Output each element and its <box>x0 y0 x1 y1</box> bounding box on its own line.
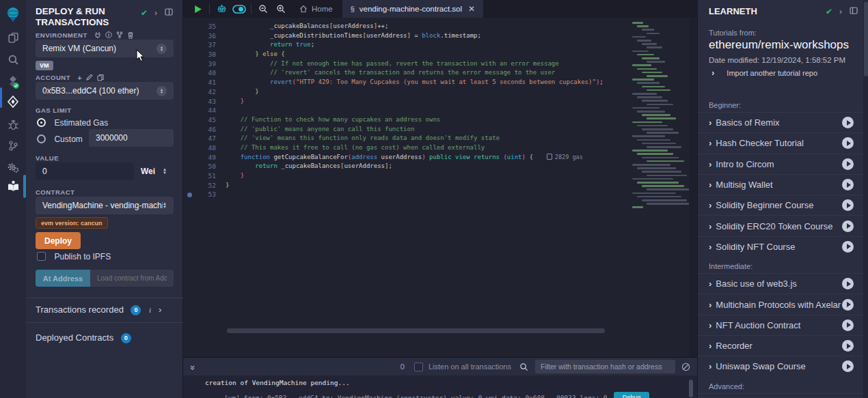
minimap[interactable] <box>632 22 694 227</box>
at-address-button[interactable]: At Address <box>36 270 90 287</box>
play-icon[interactable] <box>842 319 854 331</box>
gutter-margin[interactable] <box>183 59 198 69</box>
code-text[interactable]: } else { <box>216 50 285 59</box>
gutter-margin[interactable] <box>183 97 198 106</box>
account-select[interactable]: 0x5B3...eddC4 (100 ether) ▲▼ <box>36 82 174 100</box>
tutorial-item[interactable]: ›Solidity Beginner Course <box>698 195 863 215</box>
code-text[interactable]: // If not enough time has passed, revert… <box>216 59 559 69</box>
info-icon[interactable] <box>105 31 112 38</box>
play-icon[interactable] <box>842 221 854 232</box>
code-text[interactable]: return true; <box>216 40 314 50</box>
deployed-contracts-row[interactable]: Deployed Contracts 0 <box>36 332 131 343</box>
panel-layout-icon[interactable] <box>850 7 858 16</box>
trash-icon[interactable] <box>127 31 134 39</box>
clear-console-icon[interactable] <box>681 363 690 371</box>
estimated-gas-radio[interactable] <box>37 118 46 127</box>
tutorial-item[interactable]: ›Intro to Circom <box>698 154 863 174</box>
gutter-margin[interactable] <box>183 22 198 31</box>
play-icon[interactable] <box>842 340 854 352</box>
chevron-right-icon[interactable]: › <box>159 304 161 315</box>
settings-icon[interactable] <box>0 157 26 177</box>
code-text[interactable]: // Function to check how many cupcakes a… <box>216 115 440 125</box>
plus-icon[interactable]: + <box>77 74 81 82</box>
code-text[interactable]: } <box>216 181 229 190</box>
git-icon[interactable] <box>0 135 26 156</box>
contract-select[interactable]: VendingMachine - vending-machin ▲▼ <box>36 197 174 214</box>
search-icon[interactable] <box>0 49 26 70</box>
play-icon[interactable] <box>842 137 854 149</box>
gutter-margin[interactable] <box>183 31 198 41</box>
chevron-right-icon[interactable]: › <box>839 7 842 16</box>
terminal-scrollbar[interactable] <box>689 380 693 397</box>
copilot-toggle[interactable] <box>230 0 248 18</box>
import-repo-row[interactable]: › Import another tutorial repo <box>711 68 817 78</box>
breakpoint-dot[interactable] <box>183 190 198 199</box>
code-text[interactable] <box>216 190 226 199</box>
tutorial-item[interactable]: ›Basics of Remix <box>698 112 863 132</box>
code-text[interactable]: function getCupcakeBalanceFor(address us… <box>216 153 533 162</box>
gutter-margin[interactable] <box>183 153 198 162</box>
tutorial-item[interactable]: ›Solidity NFT Course <box>698 236 863 257</box>
play-icon[interactable] <box>842 117 854 128</box>
gutter-margin[interactable] <box>183 106 198 115</box>
close-icon[interactable]: ✕ <box>468 4 475 14</box>
gutter-margin[interactable] <box>183 40 198 50</box>
play-icon[interactable] <box>842 241 854 253</box>
debug-button[interactable]: Debug <box>614 392 649 398</box>
gutter-margin[interactable] <box>183 87 198 97</box>
gutter-margin[interactable] <box>183 68 198 78</box>
plug-icon[interactable] <box>94 31 101 38</box>
editor-vertical-scrollbar[interactable] <box>689 18 697 357</box>
tutorial-item[interactable]: ›Hash Checker Tutorial <box>698 132 863 153</box>
tutorial-item[interactable]: ›Recorder <box>698 335 863 356</box>
code-text[interactable]: return _cupcakeBalances[userAddress]; <box>216 162 392 171</box>
deploy-run-icon[interactable] <box>0 91 26 112</box>
filter-input[interactable] <box>535 360 675 373</box>
remix-logo-icon[interactable] <box>0 4 26 25</box>
ai-copilot-icon[interactable] <box>213 0 230 18</box>
gutter-margin[interactable] <box>183 181 198 190</box>
gutter-margin[interactable] <box>183 78 198 87</box>
play-icon[interactable] <box>842 199 854 211</box>
copy-icon[interactable] <box>97 74 104 81</box>
learneth-book-icon[interactable] <box>0 176 26 197</box>
file-explorer-icon[interactable] <box>0 27 26 48</box>
tab-file-active[interactable]: § vending-machine-contract.sol ✕ <box>342 0 483 18</box>
play-icon[interactable] <box>842 299 854 311</box>
zoom-in-icon[interactable] <box>272 0 290 18</box>
fork-icon[interactable] <box>116 31 123 38</box>
play-icon[interactable] <box>842 278 854 289</box>
listen-all-checkbox[interactable] <box>414 363 423 371</box>
gutter-margin[interactable] <box>183 115 198 125</box>
learneth-scrollbar[interactable] <box>863 0 868 398</box>
edit-icon[interactable] <box>86 74 93 81</box>
code-text[interactable] <box>216 106 226 115</box>
code-text[interactable]: _cupcakeDistributionTimes[userAddress] =… <box>216 31 481 41</box>
tutorial-item[interactable]: ›Multisig Wallet <box>698 174 863 195</box>
tutorial-item[interactable]: ›All about Proxy Contracts <box>698 393 863 398</box>
deploy-button[interactable]: Deploy <box>36 232 81 249</box>
gutter-margin[interactable] <box>183 143 198 153</box>
tutorial-item[interactable]: ›NFT Auction Contract <box>698 315 863 335</box>
code-text[interactable]: // 'view' means this function only reads… <box>216 134 500 143</box>
zoom-out-icon[interactable] <box>254 0 272 18</box>
tutorial-item[interactable]: ›Solidity ERC20 Token Course <box>698 215 863 236</box>
tutorial-item[interactable]: ›Uniswap Swap Course <box>698 356 863 376</box>
value-input[interactable] <box>36 162 134 180</box>
gutter-margin[interactable] <box>183 125 198 134</box>
gutter-margin[interactable] <box>183 162 198 171</box>
search-icon[interactable] <box>519 363 528 371</box>
transactions-recorded-row[interactable]: Transactions recorded 0 i › <box>36 304 151 315</box>
environment-select[interactable]: Remix VM (Cancun) ▲▼ <box>36 40 174 57</box>
tutorial-item[interactable]: ›Basic use of web3.js <box>698 273 863 294</box>
code-text[interactable]: } <box>216 97 244 106</box>
play-icon[interactable] <box>842 158 854 170</box>
code-text[interactable]: // 'revert' cancels the transaction and … <box>216 68 555 78</box>
editor-horizontal-scrollbar[interactable] <box>227 328 605 333</box>
code-text[interactable]: } <box>216 171 244 181</box>
expand-terminal-icon[interactable]: » <box>188 365 198 368</box>
at-address-input[interactable] <box>90 270 174 287</box>
code-text[interactable]: // This makes it free to call (no gas co… <box>216 143 485 153</box>
gutter-margin[interactable] <box>183 171 198 181</box>
code-text[interactable]: revert("HTTP 429: Too Many Cupcakes (you… <box>216 78 603 87</box>
